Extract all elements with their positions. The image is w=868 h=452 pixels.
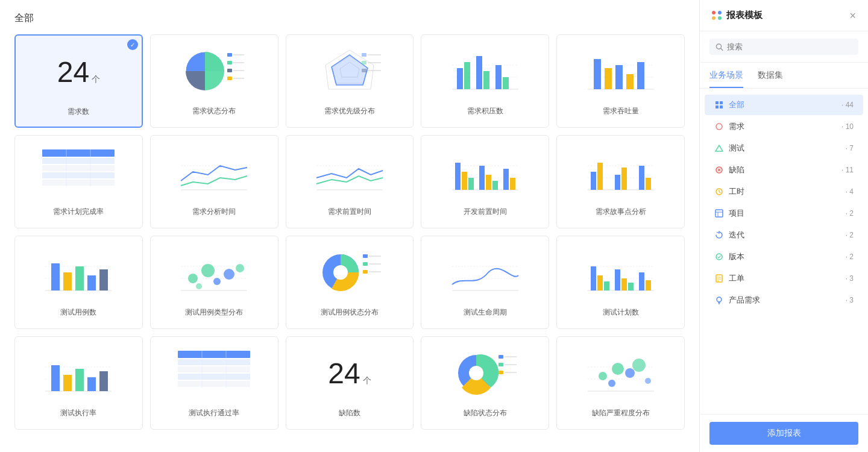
chart-card-defect-count[interactable]: 24 个 缺陷数 [286,336,414,430]
svg-rect-33 [615,65,623,89]
svg-rect-32 [605,68,612,89]
chart-card-dev-pre-time[interactable]: 开发前置时间 [421,135,549,228]
chart-label-10: 测试用例数 [60,307,96,318]
svg-rect-145 [720,105,723,108]
chart-card-defect-severity[interactable]: 缺陷严重程度分布 [556,336,685,430]
chart-preview-demand-priority [292,41,407,101]
chart-preview-demand-count: 24 个 [22,42,136,102]
sidebar-item-defect-count: · 11 [841,166,854,174]
tabs-row: 业务场景 数据集 [700,63,868,89]
svg-rect-27 [503,77,509,89]
chart-card-demand-throughput[interactable]: 需求吞吐量 [556,34,685,128]
chart-card-test-exec-rate[interactable]: 测试执行率 [14,336,143,430]
svg-rect-15 [362,61,366,64]
add-report-button[interactable]: 添加报表 [709,422,858,445]
chart-card-test-case-count[interactable]: 测试用例数 [14,236,143,329]
chart-card-demand-backlog[interactable]: 需求积压数 [421,34,549,128]
chart-card-test-case-type[interactable]: 测试用例类型分布 [150,236,278,329]
search-box [700,31,868,63]
chart-label-18: 缺陷状态分布 [464,408,507,418]
svg-rect-56 [486,175,491,190]
svg-rect-72 [51,263,60,290]
chart-card-demand-status[interactable]: 需求状态分布 [150,34,278,128]
chart-preview-demand-backlog [427,41,542,101]
svg-rect-143 [720,101,723,104]
chart-card-pre-time[interactable]: 需求前置时间 [286,135,414,228]
sidebar-item-product[interactable]: 产品需求 · 3 [705,290,863,310]
svg-rect-111 [51,365,60,391]
chart-card-plan-rate[interactable]: 需求计划完成率 [14,135,143,228]
svg-rect-57 [492,181,498,190]
sidebar-item-defect[interactable]: 缺陷 · 11 [705,160,863,180]
svg-rect-31 [594,59,601,89]
chart-label-2: 需求优先级分布 [324,106,375,116]
chart-card-analysis-time[interactable]: 需求分析时间 [150,135,278,228]
svg-rect-76 [99,269,108,290]
chart-card-test-lifecycle[interactable]: 测试生命周期 [421,236,549,329]
sidebar-item-workorder-count: · 3 [846,274,854,283]
svg-rect-35 [637,62,644,89]
sidebar-item-demand[interactable]: 需求 · 10 [705,116,863,137]
search-input[interactable] [727,42,852,51]
chart-label-11: 测试用例类型分布 [185,307,243,318]
main-area: 全部 ✓ 24 个 需求数 [0,0,699,452]
dot-red [712,11,715,14]
chart-card-defect-status[interactable]: 缺陷状态分布 [421,336,549,430]
number-value: 24 [57,55,89,89]
sidebar-title: 报表模板 [726,10,763,21]
svg-rect-73 [63,272,72,290]
app-logo [712,11,722,20]
sidebar-item-version[interactable]: 版本 · 2 [705,246,863,267]
chart-label-12: 测试用例状态分布 [321,307,379,318]
svg-point-124 [469,366,483,380]
svg-rect-34 [626,74,634,89]
svg-rect-63 [591,172,596,190]
svg-line-141 [721,48,723,50]
chart-label-5: 需求计划完成率 [53,207,104,217]
chart-card-demand-priority[interactable]: 需求优先级分布 [286,34,414,128]
sidebar-item-product-label: 产品需求 [729,295,841,306]
chart-card-demand-count[interactable]: ✓ 24 个 需求数 [14,34,143,128]
number-unit: 个 [92,74,100,85]
tab-dataset[interactable]: 数据集 [758,70,783,88]
chart-label-4: 需求吞吐量 [603,106,639,116]
chart-label-14: 测试计划数 [603,307,639,318]
chart-preview-test-pass-rate [157,343,272,403]
svg-point-157 [716,254,722,260]
sidebar-item-project[interactable]: 项目 · 2 [705,203,863,224]
svg-rect-24 [476,56,482,89]
svg-point-87 [333,265,348,280]
tab-business[interactable]: 业务场景 [709,70,743,88]
chart-preview-test-plan-count [563,242,678,303]
chart-card-test-plan-count[interactable]: 测试计划数 [556,236,685,329]
defect-number-unit: 个 [363,375,371,386]
chart-preview-defect-count: 24 个 [292,343,407,403]
sidebar-item-all[interactable]: 全部 · 44 [705,95,863,115]
svg-rect-119 [178,374,250,380]
chart-card-test-pass-rate[interactable]: 测试执行通过率 [150,336,278,430]
chart-preview-story-analysis [563,142,678,202]
svg-rect-67 [639,166,644,190]
sidebar-item-test[interactable]: 测试 · 7 [705,138,863,159]
chart-card-test-case-status[interactable]: 测试用例状态分布 [286,236,414,329]
sidebar-item-workhour[interactable]: 工时 · 4 [705,181,863,202]
chart-grid: ✓ 24 个 需求数 [14,34,685,430]
sidebar-footer: 添加报表 [700,414,868,452]
sidebar-item-test-label: 测试 [729,143,841,154]
svg-rect-117 [178,359,250,365]
sidebar-item-iteration[interactable]: 迭代 · 2 [705,225,863,245]
search-input-wrap[interactable] [709,39,858,55]
svg-rect-115 [99,371,108,391]
close-button[interactable]: × [849,10,856,21]
sidebar-item-project-count: · 2 [846,209,854,218]
chart-card-story-analysis[interactable]: 需求故事点分析 [556,135,685,228]
svg-rect-102 [604,281,609,290]
sidebar-item-workorder[interactable]: 工单 · 3 [705,268,863,289]
chart-label-0: 需求数 [68,107,89,117]
sidebar-item-demand-count: · 10 [841,122,854,131]
svg-rect-154 [715,210,723,217]
svg-marker-147 [715,145,723,151]
svg-rect-25 [483,71,489,89]
svg-rect-113 [75,369,84,391]
refresh-icon [714,230,724,240]
